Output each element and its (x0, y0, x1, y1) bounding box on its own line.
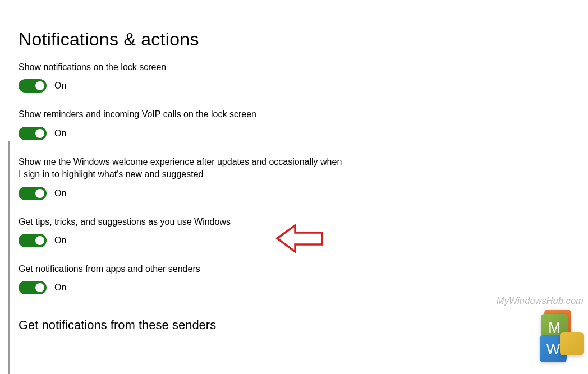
toggle-knob (35, 283, 44, 292)
toggle-row: On (19, 234, 393, 247)
toggle-welcome-experience[interactable] (19, 187, 47, 200)
toggle-knob (35, 129, 44, 138)
setting-welcome-experience: Show me the Windows welcome experience a… (19, 156, 393, 200)
toggle-row: On (19, 281, 393, 294)
toggle-row: On (19, 187, 393, 200)
logo-tile-yellow (560, 332, 584, 355)
toggle-state-label: On (54, 188, 66, 198)
setting-label: Show notifications on the lock screen (19, 61, 344, 73)
toggle-row: On (19, 127, 393, 140)
toggle-state-label: On (54, 81, 66, 91)
toggle-lock-screen-notifications[interactable] (19, 79, 47, 93)
setting-app-notifications: Get notifications from apps and other se… (19, 263, 393, 294)
setting-voip-lock-screen: Show reminders and incoming VoIP calls o… (19, 108, 393, 140)
toggle-row: On (19, 79, 393, 93)
setting-label: Get tips, tricks, and suggestions as you… (19, 216, 344, 228)
page-title: Notifications & actions (19, 29, 393, 50)
toggle-app-notifications[interactable] (19, 281, 47, 294)
toggle-voip-lock-screen[interactable] (19, 127, 47, 140)
toggle-state-label: On (54, 283, 66, 293)
toggle-knob (35, 81, 44, 90)
toggle-knob (35, 236, 44, 245)
scrollbar-track (8, 141, 10, 374)
watermark-logo: M W (533, 310, 584, 363)
toggle-knob (35, 189, 44, 198)
toggle-state-label: On (54, 236, 66, 246)
watermark-text: MyWindowsHub.com (497, 296, 584, 306)
toggle-tips-suggestions[interactable] (19, 234, 47, 247)
settings-content: Notifications & actions Show notificatio… (0, 0, 393, 333)
setting-label: Get notifications from apps and other se… (19, 263, 344, 275)
setting-lock-screen-notifications: Show notifications on the lock screen On (19, 61, 393, 93)
section-header-senders: Get notifications from these senders (19, 318, 393, 333)
setting-label: Show reminders and incoming VoIP calls o… (19, 108, 344, 121)
setting-label: Show me the Windows welcome experience a… (19, 156, 344, 181)
setting-tips-suggestions: Get tips, tricks, and suggestions as you… (19, 216, 393, 247)
toggle-state-label: On (54, 128, 66, 138)
watermark: MyWindowsHub.com M W (497, 296, 584, 363)
